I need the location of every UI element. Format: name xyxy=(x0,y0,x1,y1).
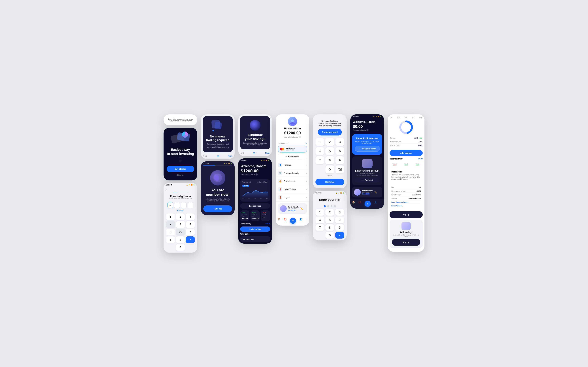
key-8[interactable]: 8 xyxy=(325,156,334,164)
report-link[interactable]: Fund Managers Report xyxy=(391,201,408,203)
fund-value-3: 4... xyxy=(262,216,268,218)
invite-earn-unlock[interactable]: Earn $200 xyxy=(362,193,373,195)
pin-key-4[interactable]: 4 xyxy=(315,217,324,223)
key-backspace[interactable]: ⌫ xyxy=(336,166,344,173)
nav-profile[interactable]: 👤 xyxy=(299,217,302,224)
pin-key-9[interactable]: 9 xyxy=(335,224,344,231)
numpad-minus[interactable]: − xyxy=(166,221,175,228)
pin-key-0[interactable]: 0 xyxy=(325,232,334,239)
create-account-area: Keep your funds and transaction informat… xyxy=(315,117,344,138)
website-row[interactable]: Funds Website xyxy=(391,204,421,208)
numpad-backspace[interactable]: ⌫ xyxy=(176,229,185,235)
numpad-7[interactable]: 7 xyxy=(186,229,195,235)
add-savings-button[interactable]: + Add savings xyxy=(240,226,270,232)
explore-more-button[interactable]: Explore more xyxy=(240,203,270,209)
fab-dark[interactable]: + xyxy=(365,201,371,207)
pin-key-2[interactable]: 2 xyxy=(325,209,334,216)
back-button[interactable]: ← xyxy=(165,188,168,192)
key-9[interactable]: 9 xyxy=(336,156,344,164)
col-7: Jan Feb Mar Apr May Ea xyxy=(388,114,424,252)
continue-button[interactable]: Continue xyxy=(315,179,344,185)
info-badge[interactable]: i xyxy=(256,173,258,175)
pin-box-4[interactable] xyxy=(188,202,193,208)
pin-key-8[interactable]: 8 xyxy=(325,224,334,231)
topup-bottom-button[interactable]: Top up xyxy=(392,239,420,246)
skip-button[interactable]: Skip xyxy=(203,155,207,157)
pin-key-confirm[interactable]: ✓ xyxy=(335,232,344,239)
nav-home[interactable]: 🏠 xyxy=(277,217,280,224)
menu-item-help[interactable]: ❓ Help & Support › xyxy=(276,185,309,193)
numpad-4[interactable]: 4 xyxy=(176,221,185,228)
terms-link[interactable]: to our Terms and Conditions xyxy=(169,120,192,122)
automate-skip[interactable]: Skip xyxy=(241,152,244,154)
numpad-2[interactable]: 2 xyxy=(176,213,185,220)
resend-button[interactable]: Resend xyxy=(165,209,195,212)
reset-text[interactable]: Reset xyxy=(315,175,344,177)
key-0[interactable]: 0 xyxy=(325,166,334,173)
unlock-info-badge[interactable]: i xyxy=(366,129,369,131)
key-empty xyxy=(315,166,324,173)
nav-menu-dark[interactable]: ☰ xyxy=(380,201,382,207)
pin-key-1[interactable]: 1 xyxy=(315,209,324,216)
add-savings-btn2[interactable]: Add savings xyxy=(389,150,423,156)
key-6[interactable]: 6 xyxy=(336,147,344,155)
account-sub: Your account value i xyxy=(241,173,269,175)
nav-menu[interactable]: ☰ xyxy=(305,217,308,224)
key-2[interactable]: 2 xyxy=(325,138,334,146)
website-link[interactable]: Funds Website xyxy=(391,205,402,207)
nav-home-dark[interactable]: 🏠 xyxy=(352,201,355,207)
numpad-0[interactable]: 0 xyxy=(176,244,185,251)
numpad-confirm[interactable]: ✓ xyxy=(186,236,195,243)
key-4[interactable]: 4 xyxy=(315,147,324,155)
pin-box-3[interactable] xyxy=(181,202,187,208)
numpad-8[interactable]: 8 xyxy=(166,236,175,243)
menu-item-privacy[interactable]: 🛡️ Privacy & Security › xyxy=(276,169,309,177)
month-jan: Jan xyxy=(390,117,392,118)
menu-item-personal[interactable]: 👤 Personal › xyxy=(276,161,309,169)
numpad-9[interactable]: 9 xyxy=(176,236,185,243)
nav-circle[interactable]: ⭕ xyxy=(284,217,287,224)
accept-button[interactable]: I accept xyxy=(203,205,232,212)
invite-edit-icon[interactable]: ✏️ xyxy=(300,207,303,210)
invite-edit-unlock[interactable]: ✏️ xyxy=(374,191,377,194)
report-row[interactable]: Fund Managers Report xyxy=(391,200,421,204)
nav-circle-dark[interactable]: ⭕ xyxy=(358,201,361,207)
sign-in-link[interactable]: Sign In xyxy=(167,174,194,176)
dot-a2 xyxy=(256,152,257,153)
profile-info-badge[interactable]: i xyxy=(299,136,301,138)
see-all2[interactable]: See all xyxy=(418,158,423,160)
get-started-button[interactable]: Get Started xyxy=(167,166,194,172)
pin-key-6[interactable]: 6 xyxy=(335,217,344,223)
automate-next[interactable]: Next xyxy=(265,152,269,154)
pin-box-1[interactable]: 5 xyxy=(167,202,173,208)
nav-profile-dark[interactable]: 👤 xyxy=(374,201,377,207)
next-button[interactable]: Next xyxy=(228,155,232,157)
mastercard-item[interactable]: MasterCard Debit *8490 xyxy=(278,146,307,152)
create-account-button[interactable]: Create Account xyxy=(318,129,342,135)
key-3[interactable]: 3 xyxy=(336,138,344,146)
numpad-3[interactable]: 3 xyxy=(186,213,195,220)
numpad-5[interactable]: 5 xyxy=(186,221,195,228)
pin-input-boxes: 5 xyxy=(165,202,195,208)
topup-button[interactable]: Top up xyxy=(389,211,423,218)
add-new-card-button[interactable]: + Add new card xyxy=(278,154,307,159)
progress-dot-3 xyxy=(183,193,188,193)
menu-item-logout[interactable]: 🚪 Logout › xyxy=(276,193,309,201)
key-7[interactable]: 7 xyxy=(315,156,324,164)
numpad-1[interactable]: 1 xyxy=(166,213,175,220)
key-5[interactable]: 5 xyxy=(325,147,334,155)
pin-box-2[interactable] xyxy=(174,202,180,208)
add-documents-button[interactable]: + + Add documents xyxy=(355,146,380,151)
col-3: Automateyour savings Save automatically,… xyxy=(238,114,272,244)
see-all-button[interactable]: See all xyxy=(265,223,270,225)
numpad-6[interactable]: 6 xyxy=(166,229,175,235)
pin-key-5[interactable]: 5 xyxy=(325,217,334,223)
auditors-value: Ernst and Young xyxy=(409,198,421,200)
add-card-button[interactable]: + + Add card xyxy=(355,177,380,183)
pin-key-3[interactable]: 3 xyxy=(335,209,344,216)
invite-earn[interactable]: Earn $200 xyxy=(288,209,299,211)
key-1[interactable]: 1 xyxy=(315,138,324,146)
pin-key-7[interactable]: 7 xyxy=(315,224,324,231)
menu-item-savings[interactable]: 💰 Savings goals › xyxy=(276,177,309,185)
fab-add-button[interactable]: + xyxy=(290,217,296,224)
